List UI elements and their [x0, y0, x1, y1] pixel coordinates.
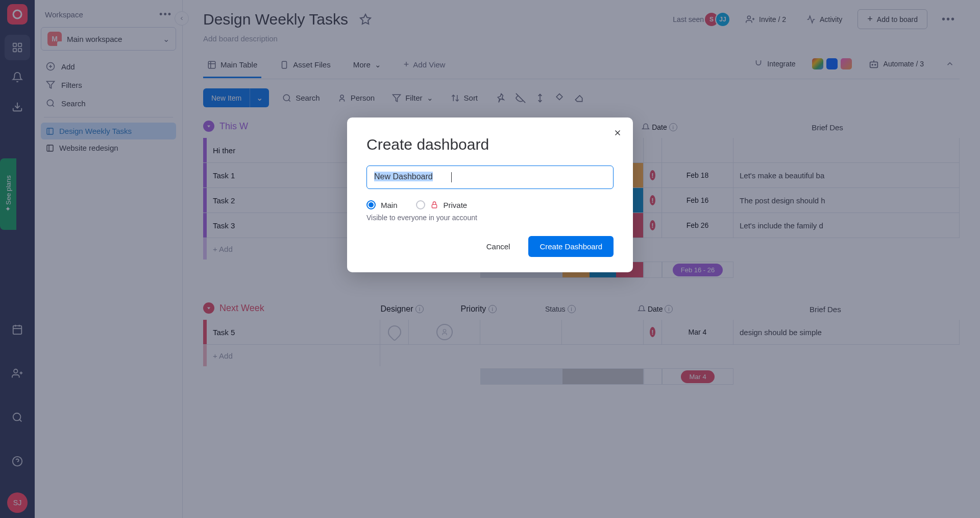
radio-icon: [416, 200, 425, 209]
cancel-button[interactable]: Cancel: [475, 236, 522, 257]
visibility-private-option[interactable]: Private: [416, 200, 468, 209]
visibility-main-option[interactable]: Main: [366, 200, 398, 209]
close-button[interactable]: [611, 127, 624, 139]
create-dashboard-button[interactable]: Create Dashboard: [528, 236, 614, 257]
modal-overlay: Create dashboard New Dashboard Main Priv…: [0, 0, 980, 518]
create-dashboard-modal: Create dashboard New Dashboard Main Priv…: [347, 117, 633, 272]
svg-rect-55: [432, 204, 436, 208]
modal-title: Create dashboard: [366, 136, 614, 153]
dashboard-name-input[interactable]: New Dashboard: [366, 166, 614, 189]
close-icon: [613, 128, 622, 137]
visibility-hint: Visible to everyone in your account: [366, 214, 614, 222]
lock-icon: [430, 201, 438, 209]
radio-checked-icon: [366, 200, 376, 209]
